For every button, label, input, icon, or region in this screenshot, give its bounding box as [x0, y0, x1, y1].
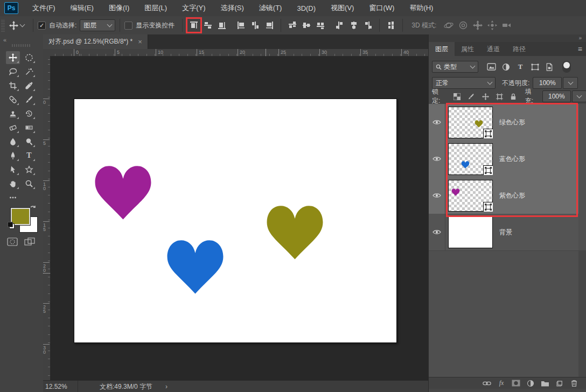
distribute-top-edges-button[interactable]	[285, 18, 299, 32]
auto-select-checkbox[interactable]: ✓	[38, 22, 46, 30]
menu-item[interactable]: 图层(L)	[137, 0, 175, 16]
layer-name[interactable]: 蓝色心形	[499, 155, 525, 164]
layer-thumbnail[interactable]	[448, 180, 493, 212]
new-layer-icon[interactable]	[555, 379, 564, 388]
move-tool-preset[interactable]	[5, 21, 29, 30]
horizontal-ruler[interactable]: 0510152025303540	[50, 49, 428, 57]
blue-heart[interactable]	[165, 235, 226, 297]
opacity-dropdown-button[interactable]	[563, 77, 578, 89]
tab-channels[interactable]: 通道	[480, 42, 506, 56]
new-group-folder-icon[interactable]	[540, 379, 550, 388]
layer-row-background[interactable]: 背景	[429, 214, 578, 251]
3d-pan-icon[interactable]	[471, 20, 484, 31]
layer-row-blue-heart[interactable]: 蓝色心形	[429, 141, 578, 178]
default-colors-icon[interactable]	[8, 222, 15, 229]
menu-item[interactable]: 滤镜(T)	[252, 0, 290, 16]
new-adjustment-layer-icon[interactable]	[526, 379, 535, 388]
adjustment-filter-icon[interactable]	[499, 61, 512, 72]
menu-item[interactable]: 3D(D)	[289, 0, 323, 16]
distribute-right-edges-button[interactable]	[361, 18, 375, 32]
swap-colors-icon[interactable]	[29, 205, 37, 214]
visibility-eye-icon[interactable]	[429, 141, 445, 177]
align-horizontal-centers-button[interactable]	[248, 18, 262, 32]
hand-tool-button[interactable]	[6, 177, 20, 190]
smart-object-filter-icon[interactable]	[543, 61, 556, 72]
history-brush-tool-button[interactable]	[22, 107, 36, 120]
menu-item[interactable]: 视图(V)	[323, 0, 361, 16]
eraser-tool-button[interactable]	[6, 121, 20, 134]
dodge-tool-button[interactable]	[22, 135, 36, 148]
layer-thumbnail[interactable]	[448, 143, 493, 175]
auto-align-layers-button[interactable]	[384, 18, 398, 32]
shape-filter-icon[interactable]	[528, 61, 541, 72]
magic-wand-tool-button[interactable]	[22, 65, 36, 78]
lock-all-padlock-icon[interactable]	[507, 91, 520, 102]
layer-thumbnail[interactable]	[448, 216, 493, 248]
purple-heart[interactable]	[93, 160, 154, 223]
lock-pixels-brush-icon[interactable]	[465, 91, 477, 102]
visibility-eye-icon[interactable]	[429, 177, 445, 214]
align-left-edges-button[interactable]	[234, 18, 248, 32]
link-layers-icon[interactable]	[482, 379, 492, 388]
fill-dropdown-button[interactable]	[572, 90, 586, 102]
lock-transparent-icon[interactable]	[451, 91, 463, 102]
menu-item[interactable]: 图像(I)	[101, 0, 137, 16]
3d-roll-icon[interactable]	[457, 20, 470, 31]
brush-tool-button[interactable]	[22, 93, 36, 106]
lock-position-move-icon[interactable]	[479, 91, 492, 102]
collapse-toolbar-icon[interactable]: «	[3, 37, 6, 43]
layer-name[interactable]: 绿色心形	[499, 118, 525, 127]
filter-toggle-switch[interactable]	[562, 61, 571, 73]
type-filter-icon[interactable]: T	[514, 61, 527, 72]
document-tab[interactable]: 对齐.psd @ 12.5%(RGB/8*) * ×	[43, 34, 148, 49]
add-layer-mask-icon[interactable]	[511, 379, 521, 388]
distribute-vertical-centers-button[interactable]	[299, 18, 313, 32]
align-bottom-edges-button[interactable]	[215, 18, 229, 32]
layer-style-fx-icon[interactable]: fx	[497, 379, 506, 388]
tab-layers[interactable]: 图层	[429, 42, 455, 56]
menu-item[interactable]: 编辑(E)	[63, 0, 101, 16]
layer-name[interactable]: 背景	[499, 228, 512, 237]
show-transform-checkbox[interactable]	[124, 22, 132, 30]
layer-filter-type-dropdown[interactable]: 类型	[432, 61, 478, 73]
align-top-edges-button[interactable]	[187, 18, 201, 32]
align-vertical-centers-button[interactable]	[201, 18, 215, 32]
green-heart[interactable]	[264, 200, 325, 263]
vertical-ruler[interactable]: 051015202530	[43, 56, 51, 380]
healing-brush-tool-button[interactable]	[6, 93, 20, 106]
pen-tool-button[interactable]	[6, 149, 20, 162]
path-select-tool-button[interactable]	[6, 163, 20, 176]
tab-properties[interactable]: 属性	[455, 42, 480, 56]
crop-tool-button[interactable]	[6, 79, 20, 92]
menu-item[interactable]: 文字(Y)	[175, 0, 213, 16]
status-options-chevron[interactable]: ›	[165, 383, 168, 390]
3d-camera-icon[interactable]	[500, 20, 513, 31]
menu-item[interactable]: 选择(S)	[213, 0, 251, 16]
pixel-filter-icon[interactable]	[485, 61, 498, 72]
document-canvas[interactable]	[74, 99, 397, 343]
collapse-panel-icon[interactable]: »	[578, 35, 581, 41]
distribute-horizontal-centers-button[interactable]	[347, 18, 361, 32]
fill-value-field[interactable]: 100%	[542, 90, 570, 102]
edit-toolbar-ellipsis-button[interactable]	[6, 191, 20, 204]
custom-shape-tool-button[interactable]	[22, 163, 36, 176]
canvas-viewport[interactable]: 0510152025303540 051015202530	[43, 49, 428, 380]
close-tab-icon[interactable]: ×	[138, 38, 142, 46]
delete-layer-trash-icon[interactable]	[569, 379, 579, 388]
clone-stamp-tool-button[interactable]	[6, 107, 20, 120]
zoom-level-field[interactable]: 12.52%	[43, 381, 78, 392]
layer-name[interactable]: 紫色心形	[499, 191, 525, 200]
auto-select-target-dropdown[interactable]: 图层	[80, 19, 115, 31]
visibility-eye-icon[interactable]	[429, 104, 445, 141]
lock-artboard-icon[interactable]	[493, 91, 506, 102]
lasso-tool-button[interactable]	[6, 65, 20, 78]
gradient-tool-button[interactable]	[22, 121, 36, 134]
layer-row-purple-heart[interactable]: 紫色心形	[429, 177, 578, 214]
tab-paths[interactable]: 路径	[506, 42, 532, 56]
blur-tool-button[interactable]	[6, 135, 20, 148]
menu-item[interactable]: 文件(F)	[25, 0, 63, 16]
3d-slide-icon[interactable]	[486, 20, 499, 31]
visibility-eye-icon[interactable]	[429, 214, 445, 250]
menu-item[interactable]: 帮助(H)	[402, 0, 441, 16]
panel-menu-icon[interactable]: ≡	[578, 45, 582, 53]
